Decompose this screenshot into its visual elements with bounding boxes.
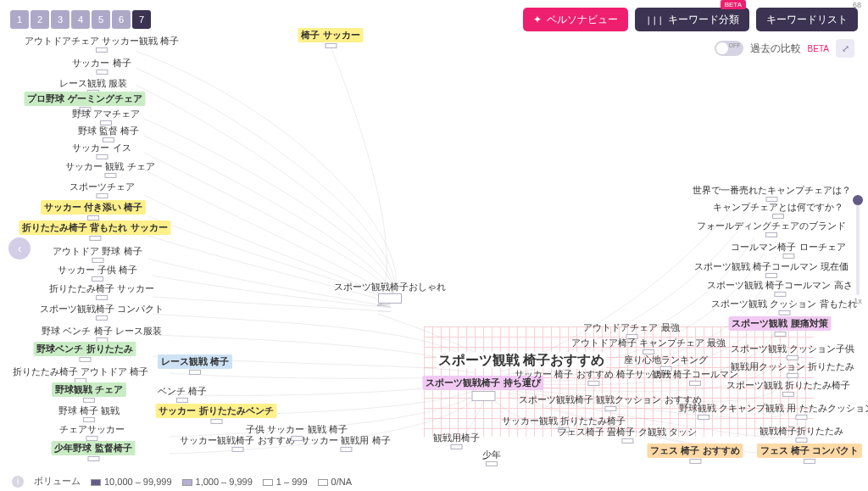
node-label: サッカー 折りたたみベンチ: [155, 404, 276, 418]
node-fold-back-soccer[interactable]: 折りたたみ椅子 背もたれ サッカー: [19, 220, 170, 241]
node-baseball-bench-fold[interactable]: 野球ベンチ 折りたたみ: [33, 342, 136, 362]
zoom-slider[interactable]: 1x: [853, 195, 863, 305]
legend: i ボリューム 10,000 – 99,999 1,000 – 9,999 1 …: [12, 475, 352, 488]
node-sports-coleman-price[interactable]: スポーツ観戦 椅子コールマン 現在価: [694, 261, 849, 278]
node-outdoor-chair-soccer[interactable]: アウトドアチェア サッカー観戦 椅子: [25, 36, 179, 53]
node-cushion-kids[interactable]: スポーツ観戦 クッション子供: [731, 343, 854, 360]
node-soccer-chair[interactable]: サッカー 椅子: [72, 58, 131, 75]
node-baseball-chair-watch[interactable]: 野球 椅子 観戦: [58, 405, 120, 422]
node-label: 折りたたみ椅子 アウトドア 椅子: [13, 366, 148, 377]
node-cushion-back[interactable]: スポーツ観戦 クッション 背もたれ: [711, 299, 856, 315]
node-label: ベンチ 椅子: [158, 386, 207, 397]
node-youth-x[interactable]: 少年: [482, 449, 501, 466]
node-label: 観戦椅子折りたたみ: [760, 426, 843, 437]
node-soccer-chair-x[interactable]: サッカー 椅子 おすすめ 椅子サッカー: [515, 369, 671, 386]
node-fold-chair-soccer[interactable]: 折りたたみ椅子 サッカー: [49, 283, 154, 300]
node-center[interactable]: スポーツ観戦 椅子おすすめ: [437, 352, 606, 368]
node-bar: [782, 254, 794, 259]
node-camp-what[interactable]: キャンプチェアとは何ですか？: [713, 202, 843, 219]
info-icon[interactable]: i: [12, 476, 24, 488]
node-bar: [587, 381, 599, 386]
node-sports-back-pain[interactable]: スポーツ観戦 腰痛対策: [728, 316, 831, 337]
node-soccer-attend-chair[interactable]: サッカー 付き添い 椅子: [41, 200, 146, 220]
persona-view-button[interactable]: ✦ ペルソナビュー: [523, 8, 628, 31]
node-bar: [698, 415, 709, 420]
node-baseball-manager-chair[interactable]: 野球 監督 椅子: [78, 126, 139, 142]
node-fold-outdoor-chair[interactable]: 折りたたみ椅子 アウトドア 椅子: [13, 366, 148, 383]
page-6[interactable]: 6: [112, 10, 131, 29]
node-bar: [83, 398, 95, 403]
node-label: サッカー 子供 椅子: [58, 265, 137, 276]
node-label: 折りたたみ椅子 サッカー: [49, 283, 154, 294]
node-sports-fold-chair[interactable]: スポーツ観戦 折りたたみ椅子: [726, 380, 850, 397]
node-label: サッカー 椅子 おすすめ 椅子サッカー: [515, 369, 671, 380]
node-bar: [804, 459, 815, 464]
node-bar: [83, 417, 95, 422]
fullscreen-icon[interactable]: ⤢: [836, 39, 854, 58]
node-camp-watch-cushion[interactable]: キャンプ観戦 用 たたみクッション: [728, 403, 868, 420]
page-2[interactable]: 2: [31, 10, 49, 29]
node-label: スポーツ観戦 椅子コールマン 高さ: [707, 280, 852, 291]
node-folding-brand[interactable]: フォールディングチェアのブランド: [697, 220, 846, 237]
node-bar: [96, 70, 108, 75]
node-bench-chair[interactable]: ベンチ 椅子: [158, 386, 207, 403]
node-bar: [87, 456, 99, 461]
keyword-classify-button[interactable]: BETA キーワード分類: [635, 8, 749, 31]
page-1[interactable]: 1: [10, 10, 29, 29]
legend-b2: 1,000 – 9,999: [196, 477, 253, 487]
node-sports-coleman-tall[interactable]: スポーツ観戦 椅子コールマン 高さ: [707, 280, 852, 297]
compare-label: 過去の比較: [750, 42, 801, 56]
share-icon: ✦: [533, 14, 542, 25]
node-bar: [782, 392, 794, 397]
page-3[interactable]: 3: [51, 10, 70, 29]
node-bar: [778, 310, 790, 315]
node-n-ama-chair[interactable]: 野球 アマチェア: [72, 109, 140, 126]
node-label: スポーツチェア: [70, 181, 135, 192]
node-youth-baseball-manager[interactable]: 少年野球 監督椅子: [51, 441, 135, 461]
node-coleman-low[interactable]: コールマン椅子 ローチェア: [731, 242, 845, 259]
node-bar: [231, 447, 243, 452]
node-label: 少年野球 監督椅子: [51, 441, 135, 455]
node-label: 観戦用クッション 折りたたみ: [731, 361, 854, 372]
node-outdoor-baseball-chair[interactable]: アウトドア 野球 椅子: [53, 246, 142, 263]
node-label: フェス 椅子 おすすめ: [647, 444, 743, 458]
node-soccer-fold-bench[interactable]: サッカー 折りたたみベンチ: [155, 404, 276, 424]
node-fes-chair-rec[interactable]: フェス 椅子 おすすめ: [647, 444, 743, 464]
node-world-camp[interactable]: 世界で一番売れたキャンプチェアは？: [693, 185, 851, 202]
node-bar: [189, 370, 201, 375]
node-race-watch-chair[interactable]: レース観戦 椅子: [158, 354, 232, 375]
node-baseball-watch-chair[interactable]: 野球観戦 チェア: [52, 382, 126, 403]
node-soccer-kids-chair[interactable]: サッカー 子供 椅子: [58, 265, 137, 282]
node-watch-chair[interactable]: 観戦用椅子: [433, 432, 480, 449]
pager: 1 2 3 4 5 6 7: [10, 10, 151, 29]
node-sports-watch-compact[interactable]: スポーツ観戦椅子 コンパクト: [40, 304, 164, 321]
node-bar: [92, 276, 103, 282]
node-watch-chair-fold[interactable]: 観戦椅子折りたたみ: [760, 426, 843, 443]
node-bar: [765, 232, 777, 237]
collapse-handle[interactable]: ‹: [8, 237, 31, 259]
node-fes-chair-compact[interactable]: フェス 椅子 コンパクト: [757, 444, 862, 464]
compare-toggle[interactable]: [715, 41, 743, 56]
node-sports-chair[interactable]: スポーツチェア: [70, 181, 135, 198]
node-baseball-bench-race[interactable]: 野球 ベンチ 椅子 レース服装: [42, 326, 161, 343]
node-bar: [787, 373, 798, 378]
node-child-soccer-watch[interactable]: 子供 サッカー 観戦 椅子: [246, 424, 347, 441]
page-5[interactable]: 5: [92, 10, 110, 29]
node-sports-watch-fashion[interactable]: スポーツ観戦椅子おしゃれ: [334, 282, 446, 304]
node-sports-watch-chair-cover[interactable]: スポーツ観戦椅子 観戦クッション おすすめ: [519, 394, 701, 411]
node-label: スポーツ観戦 折りたたみ椅子: [726, 380, 850, 391]
node-label: 少年: [482, 449, 501, 460]
page-7[interactable]: 7: [132, 10, 151, 29]
node-fes-chair-field[interactable]: フェス椅子 畳椅子 ク観戦 タッシ: [558, 427, 696, 444]
node-soccer-watch-chair[interactable]: サッカー 観戦 チェア: [65, 161, 154, 178]
node-baseball-watch-chair2[interactable]: 野球観戦 ク: [679, 403, 728, 420]
node-sports-chair-coleman[interactable]: 観戦 椅子コールマン: [652, 369, 738, 386]
node-label: 野球 椅子 観戦: [58, 405, 120, 416]
keyword-list-button[interactable]: 68 キーワードリスト: [756, 8, 858, 31]
node-cushion-fold[interactable]: 観戦用クッション 折りたたみ: [731, 361, 854, 378]
node-soccer-isu[interactable]: サッカー イス: [72, 142, 131, 159]
node-label: レース観戦 椅子: [158, 354, 232, 369]
page-4[interactable]: 4: [71, 10, 90, 29]
node-bar: [96, 295, 108, 300]
node-chair-soccer[interactable]: チェアサッカー: [59, 424, 125, 441]
